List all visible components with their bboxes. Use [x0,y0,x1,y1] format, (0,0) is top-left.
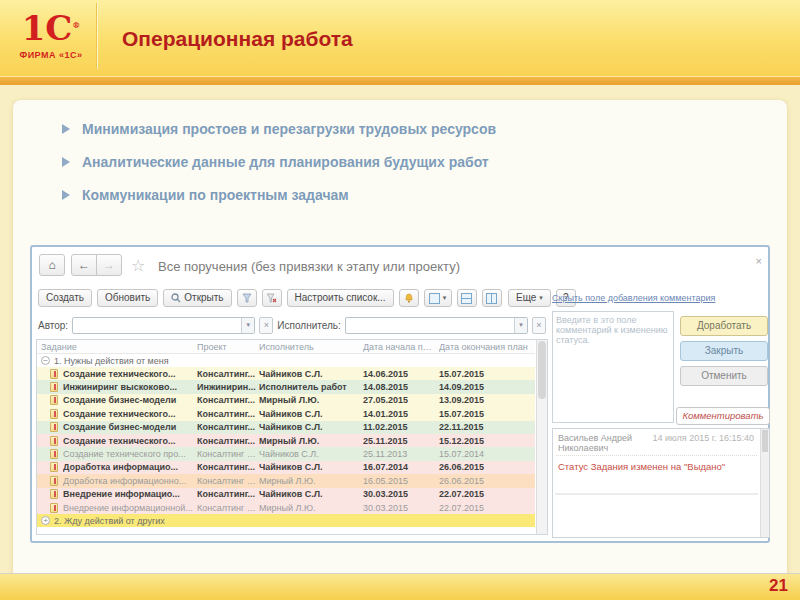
column-header-end-date[interactable]: Дата окончания план [439,342,535,352]
table-row[interactable]: Создание бизнес-модели Консалтинг... Мир… [37,394,535,407]
cell-project: Консалтинг... [197,409,259,419]
cell-end-date: 15.12.2015 [439,436,535,446]
cell-end-date: 22.11.2015 [439,422,535,432]
cell-start-date: 25.11.2015 [363,436,439,446]
rework-button[interactable]: Доработать [680,316,768,336]
split-horizontal-button[interactable] [457,289,477,307]
column-header-task[interactable]: Задание [37,342,197,352]
task-icon-cell [37,409,63,419]
table-row[interactable]: Внедрение информационной... Консалтинг и… [37,501,535,514]
1c-logo-mark: 1С® [10,5,92,48]
close-task-button[interactable]: Закрыть [680,341,768,361]
table-inner: Задание Проект Исполнитель Дата начала п… [37,340,535,527]
author-filter-input[interactable] [73,318,241,333]
split-vertical-button[interactable] [482,289,502,307]
table-row[interactable]: Внедрение информацио... Консалтинг... Ча… [37,488,535,501]
comment-button[interactable]: Комментировать [676,407,770,425]
task-icon-cell [37,489,63,499]
bullet-text: Коммуникации по проектным задачам [82,187,349,203]
table-row[interactable]: Инжиниринг выскоково... Инжинирин... Исп… [37,380,535,393]
author-filter-combo: ▾ [72,317,255,334]
open-button-label: Открыть [184,290,223,306]
close-icon[interactable]: × [756,255,762,267]
comment-textarea[interactable] [552,311,674,423]
table-scrollbar-thumb[interactable] [538,341,546,399]
configure-list-button[interactable]: Настроить список... [287,289,394,307]
cell-end-date: 22.07.2015 [439,489,535,499]
cell-task: Создание бизнес-модели [63,395,197,405]
task-icon-cell [37,476,63,486]
table-row[interactable]: Создание бизнес-модели Консалтинг... Чай… [37,421,535,434]
table-row[interactable]: Доработка информационно... Консалтинг и … [37,474,535,487]
open-button[interactable]: Открыть [163,289,231,307]
cell-executor: Чайников С.Л. [259,409,363,419]
author-dropdown-icon[interactable]: ▾ [241,318,254,333]
app-window: ⌂ ← → ☆ Все поручения (без привязки к эт… [30,245,770,543]
group-row-actions-needed[interactable]: − 1. Нужны действия от меня [37,354,535,367]
author-clear-icon[interactable]: × [259,317,273,334]
column-header-project[interactable]: Проект [197,342,259,352]
cell-executor: Чайников С.Л. [259,422,363,432]
split-horizontal-icon [461,293,472,304]
cell-executor: Мирный Л.Ю. [259,395,363,405]
arrow-bullet-icon [62,157,70,167]
cell-executor: Мирный Л.Ю. [259,436,363,446]
table-rows: Создание технического... Консалтинг... Ч… [37,367,535,514]
cell-start-date: 25.11.2013 [363,449,439,459]
table-row[interactable]: Доработка информацио... Консалтинг... Ча… [37,461,535,474]
cell-executor: Исполнитель работ [259,382,363,392]
executor-dropdown-icon[interactable]: ▾ [514,318,527,333]
cell-task: Внедрение информацио... [63,489,197,499]
back-button[interactable]: ← [71,254,97,276]
clear-filter-button[interactable] [262,289,282,307]
expand-icon[interactable]: + [41,516,50,525]
collapse-icon[interactable]: − [41,356,50,365]
cancel-button[interactable]: Отменить [680,366,768,386]
more-button[interactable]: Еще ▾ [508,289,551,307]
create-button[interactable]: Создать [38,289,92,307]
bell-icon [404,293,414,304]
cell-project: Инжинирин... [197,382,259,392]
cell-start-date: 14.01.2015 [363,409,439,419]
task-icon-cell [37,436,63,446]
task-icon-cell [37,449,63,459]
toolbar: Создать Обновить Открыть Настроить списо… [38,289,502,307]
arrow-bullet-icon [62,190,70,200]
task-document-icon [50,409,58,419]
favorite-star-icon[interactable]: ☆ [131,256,145,275]
cell-project: Консалтинг... [197,489,259,499]
filter-funnel-icon [242,293,252,303]
cell-start-date: 27.05.2015 [363,395,439,405]
chevron-down-icon: ▾ [539,290,543,306]
table-row[interactable]: Создание технического... Консалтинг... Ч… [37,367,535,380]
history-scrollbar[interactable] [760,429,769,537]
cell-executor: Чайников С.Л. [259,369,363,379]
table-row[interactable]: Создание технического про... Консалтинг … [37,447,535,460]
cell-project: Консалтинг... [197,369,259,379]
cell-project: Консалтинг... [197,436,259,446]
cell-task: Инжиниринг выскоково... [63,382,197,392]
forward-button[interactable]: → [96,254,122,276]
cell-end-date: 14.09.2015 [439,382,535,392]
history-scrollbar-thumb[interactable] [762,430,768,452]
column-header-executor[interactable]: Исполнитель [259,342,363,352]
view-mode-icon [429,293,440,304]
column-header-start-date[interactable]: Дата начала план [363,342,439,352]
task-icon-cell [37,382,63,392]
view-mode-button[interactable]: ▾ [424,289,452,307]
cell-start-date: 30.03.2015 [363,503,439,513]
refresh-button[interactable]: Обновить [97,289,158,307]
history-author: Васильев Андрей Николаевич [558,433,668,453]
table-row[interactable]: Создание технического... Консалтинг... М… [37,434,535,447]
table-row[interactable]: Создание технического... Консалтинг... Ч… [37,407,535,420]
group-row-waiting-others[interactable]: + 2. Жду действий от других [37,514,535,527]
cell-end-date: 22.07.2015 [439,503,535,513]
executor-filter-input[interactable] [346,318,514,333]
filter-button[interactable] [237,289,257,307]
home-button[interactable]: ⌂ [39,254,65,276]
back-arrow-icon: ← [78,258,90,272]
executor-clear-icon[interactable]: × [532,317,546,334]
notifications-button[interactable] [399,289,419,307]
hide-comment-field-link[interactable]: Скрыть поле добавления комментария [552,293,770,303]
table-scrollbar[interactable] [536,340,547,534]
